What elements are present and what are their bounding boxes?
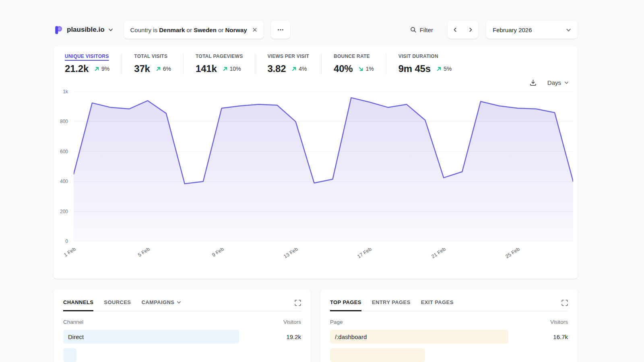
- tab-channels[interactable]: CHANNELS: [63, 299, 93, 311]
- row-bar: [63, 330, 239, 343]
- stat-total-pageviews[interactable]: TOTAL PAGEVIEWS141k10%: [183, 53, 255, 74]
- stat-unique-visitors[interactable]: UNIQUE VISITORS21.2k9%: [65, 53, 122, 74]
- visitors-chart[interactable]: 02004006008001k 1 Feb5 Feb9 Feb13 Feb17 …: [60, 92, 573, 261]
- y-axis-tick-label: 600: [58, 149, 68, 154]
- previous-period-button[interactable]: [448, 21, 463, 39]
- list-item[interactable]: [330, 348, 568, 362]
- column-headers: ChannelVisitors: [63, 319, 301, 325]
- x-axis-tick-label: 9 Feb: [211, 246, 225, 258]
- tab-label: CAMPAIGNS: [141, 299, 174, 305]
- x-axis-tick-label: 25 Feb: [504, 246, 520, 259]
- filter-chip[interactable]: Country is Denmark or Sweden or Norway: [124, 21, 264, 39]
- chart-plot-area[interactable]: 02004006008001k: [74, 92, 573, 241]
- stat-value: 3.82: [267, 63, 286, 74]
- stat-change-value: 10%: [230, 66, 241, 72]
- x-axis-tick-label: 5 Feb: [137, 246, 151, 258]
- chevron-down-icon: [177, 300, 181, 304]
- stat-change: 10%: [223, 66, 241, 72]
- row-bar: [330, 348, 425, 362]
- arrow-down-right-icon: [358, 66, 363, 72]
- site-name: plausible.io: [67, 26, 105, 34]
- stat-change-value: 6%: [163, 66, 171, 72]
- stat-views-per-visit[interactable]: VIEWS PER VISIT3.824%: [255, 53, 321, 74]
- stat-change-value: 4%: [299, 66, 307, 72]
- list-item[interactable]: Direct19.2k: [63, 330, 301, 343]
- arrow-up-right-icon: [436, 66, 442, 72]
- y-axis-tick-label: 1k: [58, 89, 68, 95]
- chart-svg: [74, 92, 573, 241]
- arrow-up-right-icon: [223, 66, 228, 72]
- download-icon: [530, 79, 537, 86]
- expand-icon: [561, 300, 568, 306]
- filter-value: Sweden: [194, 27, 217, 33]
- stat-change: 5%: [436, 66, 452, 72]
- ellipsis-icon: [277, 26, 284, 33]
- expand-button[interactable]: [561, 300, 568, 306]
- tab-top-pages[interactable]: TOP PAGES: [330, 299, 361, 311]
- y-axis-tick-label: 800: [58, 119, 68, 124]
- remove-filter-icon[interactable]: [252, 27, 257, 32]
- x-axis-tick-label: 1 Feb: [63, 246, 76, 258]
- download-button[interactable]: [530, 79, 537, 86]
- breakdown-grid: CHANNELSSOURCESCAMPAIGNSChannelVisitorsD…: [54, 290, 578, 362]
- next-period-button[interactable]: [463, 21, 478, 39]
- stat-label: UNIQUE VISITORS: [65, 53, 109, 59]
- tab-sources[interactable]: SOURCES: [104, 299, 131, 311]
- x-axis-tick-label: 13 Feb: [283, 246, 299, 259]
- tab-label: TOP PAGES: [330, 299, 361, 305]
- filter-button[interactable]: Filter: [410, 27, 433, 33]
- tabs: CHANNELSSOURCESCAMPAIGNS: [63, 299, 181, 311]
- stat-bounce-rate[interactable]: BOUNCE RATE40%1%: [321, 53, 386, 74]
- y-axis-tick-label: 400: [58, 179, 68, 184]
- y-axis-tick-label: 200: [58, 208, 68, 214]
- top-bar-right: Filter February 2026: [410, 21, 578, 39]
- arrow-up-right-icon: [291, 66, 297, 72]
- row-value: 16.7k: [553, 333, 568, 340]
- stat-label: TOTAL VISITS: [134, 53, 171, 59]
- column-headers: PageVisitors: [330, 319, 568, 325]
- row-bar: [63, 348, 76, 362]
- chart-x-axis: 1 Feb5 Feb9 Feb13 Feb17 Feb21 Feb25 Feb: [74, 241, 573, 261]
- x-axis-tick-label: 21 Feb: [431, 246, 447, 259]
- column-header-visitors: Visitors: [550, 319, 568, 325]
- stat-value: 40%: [334, 63, 353, 74]
- expand-icon: [295, 300, 301, 306]
- tabs-row: TOP PAGESENTRY PAGESEXIT PAGES: [330, 299, 568, 311]
- stat-label: BOUNCE RATE: [334, 53, 374, 59]
- arrow-up-right-icon: [94, 66, 99, 72]
- row-label: Direct: [68, 333, 84, 340]
- filter-value: Denmark: [159, 27, 185, 33]
- chevron-left-icon: [453, 27, 458, 32]
- stat-change: 4%: [291, 66, 307, 72]
- list-item[interactable]: [63, 348, 301, 362]
- period-nav: [448, 21, 478, 39]
- stat-value: 9m 45s: [398, 63, 431, 74]
- list-item[interactable]: /:dashboard16.7k: [330, 330, 568, 343]
- filter-button-label: Filter: [420, 27, 433, 33]
- stat-change-value: 1%: [365, 66, 374, 72]
- filter-value: Norway: [225, 27, 247, 33]
- stats-row: UNIQUE VISITORS21.2k9%TOTAL VISITS37k6%T…: [54, 53, 578, 74]
- column-header-channel: Channel: [63, 319, 83, 325]
- tabs-row: CHANNELSSOURCESCAMPAIGNS: [63, 299, 301, 311]
- interval-selector[interactable]: Days: [547, 79, 569, 86]
- filter-chip-text: Country is Denmark or Sweden or Norway: [130, 27, 247, 33]
- stat-value: 141k: [196, 63, 217, 74]
- stat-total-visits[interactable]: TOTAL VISITS37k6%: [122, 53, 183, 74]
- top-bar: plausible.io Country is Denmark or Swede…: [54, 21, 578, 39]
- stat-label: TOTAL PAGEVIEWS: [196, 53, 243, 59]
- stat-value: 21.2k: [65, 63, 89, 74]
- chevron-down-icon: [564, 80, 569, 85]
- search-icon: [410, 27, 417, 33]
- stat-visit-duration[interactable]: VISIT DURATION9m 45s5%: [386, 53, 464, 74]
- y-axis-tick-label: 0: [58, 239, 68, 244]
- expand-button[interactable]: [295, 300, 301, 306]
- more-filters-button[interactable]: [271, 21, 290, 39]
- tab-campaigns[interactable]: CAMPAIGNS: [141, 299, 181, 311]
- site-picker[interactable]: plausible.io: [54, 25, 113, 35]
- column-header-visitors: Visitors: [283, 319, 301, 325]
- stat-change-value: 9%: [101, 66, 109, 72]
- tab-exit-pages[interactable]: EXIT PAGES: [421, 299, 454, 311]
- tab-entry-pages[interactable]: ENTRY PAGES: [372, 299, 411, 311]
- date-range-picker[interactable]: February 2026: [486, 21, 578, 39]
